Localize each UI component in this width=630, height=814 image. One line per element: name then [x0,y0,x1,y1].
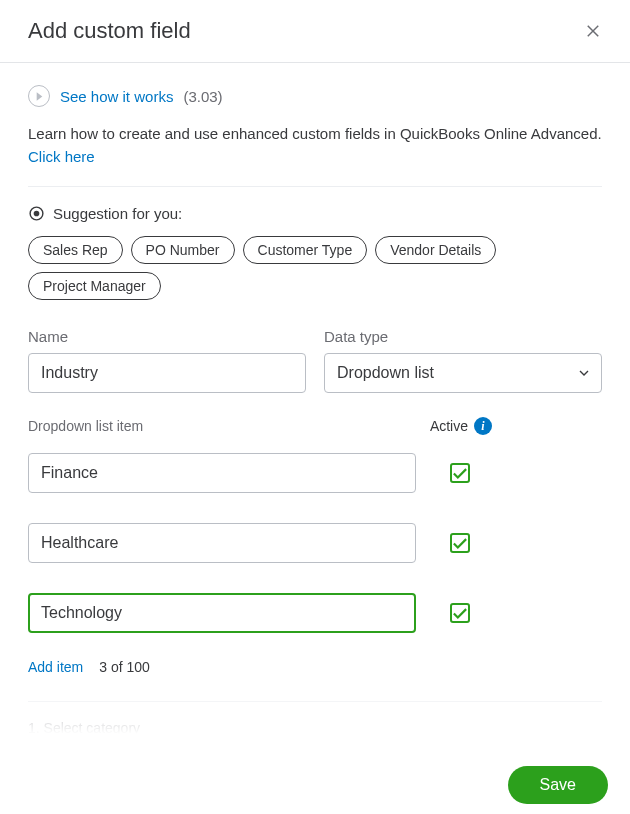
item-active-checkbox-3[interactable] [450,603,470,623]
chip-sales-rep[interactable]: Sales Rep [28,236,123,264]
video-length: (3.03) [183,88,222,105]
list-item [28,593,602,633]
data-type-label: Data type [324,328,602,345]
info-icon[interactable]: i [474,417,492,435]
active-column-label: Active [430,418,468,434]
see-how-it-works-link[interactable]: See how it works [60,88,173,105]
name-input[interactable] [28,353,306,393]
item-input-1[interactable] [28,453,416,493]
click-here-link[interactable]: Click here [28,148,95,165]
data-type-select[interactable] [324,353,602,393]
svg-point-4 [34,211,38,215]
close-icon[interactable] [584,22,602,40]
page-title: Add custom field [28,18,191,44]
dropdown-items-label: Dropdown list item [28,418,143,434]
divider [28,701,602,702]
description-text: Learn how to create and use enhanced cus… [28,123,602,168]
list-item [28,523,602,563]
save-button[interactable]: Save [508,766,608,804]
add-item-link[interactable]: Add item [28,659,83,675]
divider [28,186,602,187]
list-item [28,453,602,493]
svg-marker-2 [36,92,42,100]
item-count: 3 of 100 [99,659,150,675]
description-body: Learn how to create and use enhanced cus… [28,125,602,142]
item-input-2[interactable] [28,523,416,563]
step-label: 1. Select category [28,720,602,736]
chip-vendor-details[interactable]: Vendor Details [375,236,496,264]
suggestion-label: Suggestion for you: [53,205,182,222]
item-active-checkbox-2[interactable] [450,533,470,553]
chip-po-number[interactable]: PO Number [131,236,235,264]
play-icon[interactable] [28,85,50,107]
chip-customer-type[interactable]: Customer Type [243,236,368,264]
suggestion-chips: Sales Rep PO Number Customer Type Vendor… [28,236,602,300]
target-icon [28,205,45,222]
item-active-checkbox-1[interactable] [450,463,470,483]
name-label: Name [28,328,306,345]
item-input-3[interactable] [28,593,416,633]
chip-project-manager[interactable]: Project Manager [28,272,161,300]
